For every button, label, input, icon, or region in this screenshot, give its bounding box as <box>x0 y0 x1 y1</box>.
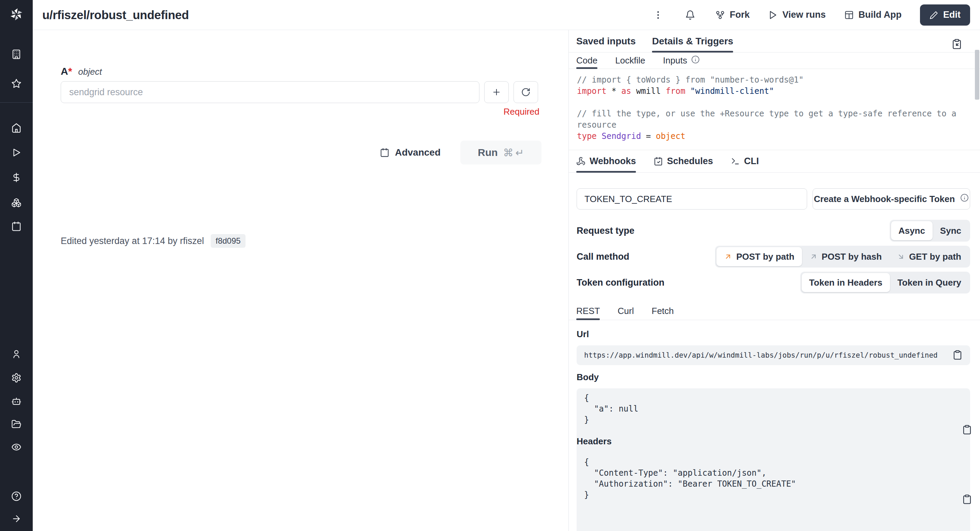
webhook-token-row: Create a Webhook-specific Token <box>577 188 970 209</box>
copy-body-icon[interactable] <box>952 419 963 431</box>
advanced-button[interactable]: Advanced <box>380 147 441 158</box>
copy-headers-icon[interactable] <box>952 489 963 501</box>
snippet-tab-bar: REST Curl Fetch <box>569 302 980 320</box>
sidebar-item-schedules[interactable] <box>9 219 24 234</box>
robot-icon <box>11 396 21 406</box>
call-method-post-by-hash[interactable]: POST by hash <box>802 247 889 266</box>
top-bar: u/rfiszel/robust_undefined Fork View run… <box>33 0 980 30</box>
request-type-sync[interactable]: Sync <box>932 221 969 240</box>
tab-details-triggers[interactable]: Details & Triggers <box>652 30 733 52</box>
request-type-async[interactable]: Async <box>891 221 932 240</box>
plus-icon <box>492 88 501 97</box>
code-viewer: // import { toWords } from "number-to-wo… <box>569 69 980 150</box>
call-method-toggle: POST by path POST by hash GET by path <box>715 246 970 268</box>
tab-code-label: Code <box>576 55 597 66</box>
url-value: https://app.windmill.dev/api/w/windmill-… <box>584 351 938 359</box>
copy-code-icon[interactable] <box>951 38 963 51</box>
fork-button-label: Fork <box>730 10 750 20</box>
notifications-bell-icon[interactable] <box>683 8 697 22</box>
call-method-post-by-path[interactable]: POST by path <box>716 247 802 266</box>
tab-schedules[interactable]: Schedules <box>654 150 713 172</box>
tab-webhooks-label: Webhooks <box>590 156 636 167</box>
sidebar-item-audit-logs[interactable] <box>9 440 24 454</box>
refresh-button[interactable] <box>514 81 538 103</box>
fork-icon <box>715 10 725 20</box>
copy-url-icon[interactable] <box>952 349 963 361</box>
sidebar-item-home[interactable] <box>9 120 24 136</box>
sidebar-item-settings[interactable] <box>9 370 24 385</box>
edited-row: Edited yesterday at 17:14 by rfiszel f8d… <box>61 234 245 248</box>
arrow-right-icon <box>11 513 21 524</box>
user-icon <box>11 349 21 359</box>
layout-panel-icon <box>844 10 854 20</box>
create-webhook-token-button[interactable]: Create a Webhook-specific Token <box>813 188 970 209</box>
sidebar-item-favorites[interactable] <box>9 76 24 91</box>
add-resource-button[interactable] <box>484 81 509 103</box>
token-in-headers[interactable]: Token in Headers <box>802 273 890 292</box>
webhook-token-input[interactable] <box>577 188 807 209</box>
sidebar-item-variables[interactable] <box>9 170 24 185</box>
tab-rest[interactable]: REST <box>576 302 600 320</box>
tab-cli-label: CLI <box>744 156 759 167</box>
sidebar-item-folders[interactable] <box>9 417 24 432</box>
info-icon[interactable] <box>691 55 700 66</box>
tab-saved-inputs-label: Saved inputs <box>576 36 636 47</box>
resource-input[interactable] <box>61 81 479 103</box>
argument-input-row <box>61 81 538 103</box>
tab-inputs-label: Inputs <box>663 55 687 66</box>
headers-line: } <box>584 490 963 500</box>
build-app-button[interactable]: Build App <box>844 10 902 20</box>
enter-key-icon: ↵ <box>515 147 524 159</box>
dollar-icon <box>11 172 21 183</box>
play-icon <box>11 147 21 158</box>
sidebar-item-users[interactable] <box>9 346 24 361</box>
tab-lockfile[interactable]: Lockfile <box>615 53 645 69</box>
view-runs-button[interactable]: View runs <box>768 10 826 20</box>
panel-scrollbar-thumb[interactable] <box>975 50 979 100</box>
cmd-key-icon: ⌘ <box>503 147 514 159</box>
tab-curl[interactable]: Curl <box>617 302 634 320</box>
tab-saved-inputs[interactable]: Saved inputs <box>576 30 636 52</box>
sidebar-item-help[interactable] <box>9 489 24 504</box>
tab-schedules-label: Schedules <box>667 156 713 167</box>
sidebar-item-workspace[interactable] <box>9 47 24 62</box>
panel-tab-bar: Saved inputs Details & Triggers <box>569 30 980 53</box>
headers-line: "Content-Type": "application/json", <box>584 467 963 478</box>
webhook-icon <box>576 157 585 166</box>
eye-icon <box>11 442 21 452</box>
headers-line: "Authorization": "Bearer TOKEN_TO_CREATE… <box>584 478 963 490</box>
token-configuration-toggle: Token in Headers Token in Query <box>800 272 970 293</box>
code-line: import * as wmill from "windmill-client" <box>577 86 973 97</box>
tab-fetch[interactable]: Fetch <box>652 302 674 320</box>
edit-button[interactable]: Edit <box>920 5 970 26</box>
sidebar-expand-button[interactable] <box>9 511 24 526</box>
trigger-tab-bar: Webhooks Schedules CLI <box>569 150 980 173</box>
sidebar-item-workers[interactable] <box>9 394 24 408</box>
windmill-logo-icon[interactable] <box>9 7 24 22</box>
tab-code[interactable]: Code <box>576 53 597 69</box>
body-box: { "a": null} <box>577 388 970 462</box>
token-configuration-label: Token configuration <box>577 277 665 288</box>
home-icon <box>11 123 21 133</box>
topbar-actions: Fork View runs Build App Edit <box>651 5 970 26</box>
tab-webhooks[interactable]: Webhooks <box>576 150 636 172</box>
call-method-row: Call method POST by path POST by hash GE… <box>577 246 970 268</box>
run-button-label: Run <box>478 147 498 158</box>
info-icon <box>960 193 969 204</box>
tab-cli[interactable]: CLI <box>731 150 759 172</box>
token-in-query[interactable]: Token in Query <box>890 273 969 292</box>
code-tab-bar: Code Lockfile Inputs <box>569 53 980 69</box>
call-method-get-by-path[interactable]: GET by path <box>889 247 969 266</box>
arrow-up-right-icon <box>810 252 818 261</box>
star-icon <box>11 78 21 89</box>
advanced-button-label: Advanced <box>395 147 441 158</box>
sidebar-item-runs[interactable] <box>9 145 24 160</box>
tab-lockfile-label: Lockfile <box>615 55 645 66</box>
help-circle-icon <box>11 491 21 501</box>
kebab-menu-icon[interactable] <box>651 8 665 22</box>
arrow-up-right-icon <box>724 252 732 261</box>
run-button[interactable]: Run ⌘↵ <box>460 140 541 164</box>
fork-button[interactable]: Fork <box>715 10 750 20</box>
sidebar-item-resources[interactable] <box>9 195 24 210</box>
tab-inputs[interactable]: Inputs <box>663 53 700 69</box>
